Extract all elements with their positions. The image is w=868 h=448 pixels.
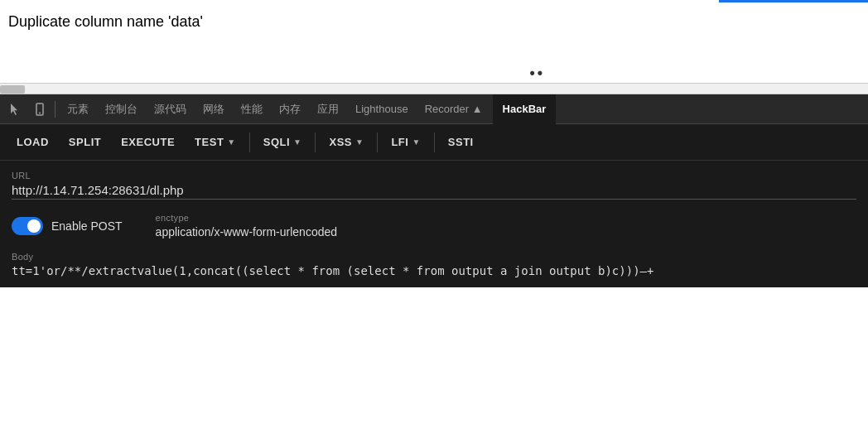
toolbar-sep-4 [434,132,435,152]
tab-console[interactable]: 控制台 [97,94,146,124]
body-label: Body [12,252,856,262]
tab-separator [55,101,55,118]
tab-application[interactable]: 应用 [309,94,347,124]
sqli-dropdown-arrow: ▼ [293,137,301,147]
progress-bar [719,0,868,2]
xss-button[interactable]: XSS ▼ [321,132,372,152]
enable-post-toggle[interactable] [12,217,43,235]
execute-button[interactable]: EXECUTE [113,132,183,152]
url-underline [12,199,856,200]
enable-post-toggle-container: Enable POST [12,217,123,235]
scroll-thumb[interactable] [0,85,25,94]
lfi-button[interactable]: LFI ▼ [383,132,428,152]
toolbar-sep-2 [315,132,316,152]
split-button[interactable]: SPLIT [60,132,109,152]
hackbar-content: URL http://1.14.71.254:28631/dl.php Enab… [0,161,868,287]
tab-elements[interactable]: 元素 [59,94,97,124]
enctype-section: enctype application/x-www-form-urlencode… [156,213,337,238]
toolbar-sep-3 [377,132,378,152]
test-button[interactable]: TEST ▼ [186,132,244,152]
horizontal-scrollbar[interactable] [0,83,868,94]
toolbar-sep-1 [249,132,250,152]
load-button[interactable]: LOAD [8,132,57,152]
tab-memory[interactable]: 内存 [271,94,309,124]
tab-network[interactable]: 网络 [195,94,233,124]
url-value[interactable]: http://1.14.71.254:28631/dl.php [12,183,856,197]
body-value[interactable]: tt=1'or/**/extractvalue(1,concat((select… [12,264,856,277]
phone-icon[interactable] [28,103,51,116]
tab-hackbar[interactable]: HackBar [493,94,557,124]
enable-post-label: Enable POST [51,219,123,233]
devtools-tabbar: 元素 控制台 源代码 网络 性能 内存 应用 Lighthouse Record… [0,94,868,124]
tab-recorder[interactable]: Recorder ▲ [417,94,491,124]
error-message: Duplicate column name 'data' [8,7,860,31]
enctype-value[interactable]: application/x-www-form-urlencoded [156,225,337,238]
two-dots-decoration: •• [529,65,545,82]
post-row: Enable POST enctype application/x-www-fo… [12,213,856,238]
toggle-thumb [27,219,41,233]
xss-dropdown-arrow: ▼ [355,137,364,147]
tab-lighthouse[interactable]: Lighthouse [347,94,417,124]
tab-performance[interactable]: 性能 [233,94,271,124]
tab-sources[interactable]: 源代码 [146,94,195,124]
ssti-button[interactable]: SSTI [440,132,482,152]
sqli-button[interactable]: SQLI ▼ [255,132,311,152]
body-section: Body tt=1'or/**/extractvalue(1,concat((s… [12,252,856,277]
cursor-icon[interactable] [3,103,27,116]
top-area: Duplicate column name 'data' •• [0,0,868,83]
enctype-label: enctype [156,213,337,223]
test-dropdown-arrow: ▼ [227,137,235,147]
lfi-dropdown-arrow: ▼ [412,137,420,147]
hackbar-toolbar: LOAD SPLIT EXECUTE TEST ▼ SQLI ▼ XSS ▼ L… [0,124,868,161]
url-label: URL [12,171,856,181]
